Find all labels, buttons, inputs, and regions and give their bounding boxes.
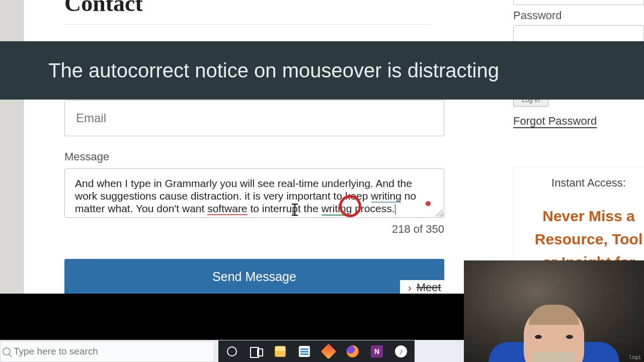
taskbar-search[interactable]: Type here to search bbox=[0, 341, 214, 362]
underline-blue-writing[interactable]: writing bbox=[371, 190, 401, 202]
search-placeholder: Type here to search bbox=[14, 346, 98, 357]
forgot-password-link[interactable]: Forgot Password bbox=[513, 115, 597, 128]
message-group: Message And when I type in Grammarly you… bbox=[64, 150, 430, 236]
cursor-highlight-ring bbox=[339, 195, 361, 217]
task-view-icon[interactable] bbox=[249, 344, 264, 359]
ibeam-cursor-icon bbox=[292, 204, 298, 216]
message-label: Message bbox=[64, 150, 430, 163]
send-message-button[interactable]: Send Message bbox=[64, 259, 444, 296]
text-cursor bbox=[395, 204, 395, 215]
notes-app-icon[interactable] bbox=[297, 344, 312, 359]
diamond-app-icon[interactable] bbox=[321, 344, 336, 359]
email-field[interactable] bbox=[64, 100, 444, 136]
password-label: Password bbox=[513, 9, 644, 22]
username-field[interactable] bbox=[513, 0, 644, 5]
grammarly-indicator-icon[interactable] bbox=[426, 201, 431, 206]
video-caption-overlay: The autocorrect notice on mouseover is d… bbox=[0, 41, 644, 100]
page-title: Contact bbox=[64, 0, 430, 25]
taskbar-icons: N ♪ bbox=[218, 340, 415, 363]
message-textarea[interactable]: And when I type in Grammarly you will se… bbox=[64, 168, 444, 218]
cortana-icon[interactable] bbox=[224, 344, 239, 359]
onenote-icon[interactable]: N bbox=[369, 344, 384, 359]
firefox-icon[interactable] bbox=[345, 344, 360, 359]
search-icon bbox=[3, 347, 11, 355]
message-text: And when I type in Grammarly you will se… bbox=[75, 177, 416, 214]
textarea-resize-handle[interactable] bbox=[436, 209, 443, 216]
character-count: 218 of 350 bbox=[64, 223, 444, 236]
caption-text: The autocorrect notice on mouseover is d… bbox=[48, 59, 499, 82]
itunes-icon[interactable]: ♪ bbox=[393, 344, 409, 359]
webcam-brand: logi bbox=[629, 354, 641, 360]
email-group bbox=[64, 100, 430, 136]
webcam-overlay: logi bbox=[464, 260, 644, 362]
chevron-right-icon: › bbox=[408, 282, 412, 294]
promo-subtitle: Instant Access: bbox=[519, 176, 644, 190]
underline-red-software[interactable]: software bbox=[207, 203, 247, 215]
file-explorer-icon[interactable] bbox=[273, 344, 288, 359]
